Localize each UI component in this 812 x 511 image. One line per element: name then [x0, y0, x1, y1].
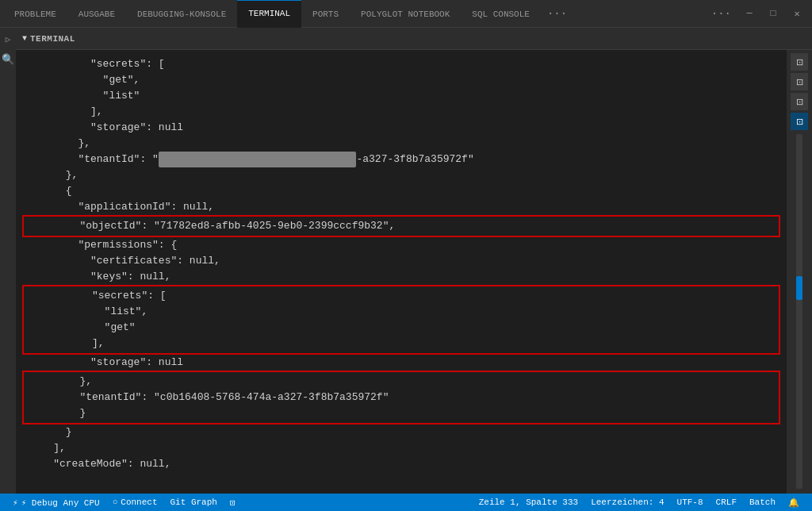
- tab-bar: PROBLEME AUSGABE DEBUGGING-KONSOLE TERMI…: [0, 0, 812, 28]
- code-line-object-close: }: [30, 405, 779, 421]
- status-connect[interactable]: ○ Connect: [106, 494, 164, 511]
- redacted-value: [159, 152, 357, 167]
- encoding-label: UTF-8: [677, 498, 703, 507]
- right-panel: ⊡ ⊡ ⊡ ⊡: [787, 50, 812, 494]
- maximize-button[interactable]: □: [761, 0, 785, 28]
- code-line-secrets-get: "get": [30, 320, 779, 336]
- tab-ausgabe[interactable]: AUSGABE: [67, 0, 126, 28]
- status-line-ending[interactable]: CRLF: [710, 494, 743, 511]
- connect-icon: ○: [113, 498, 118, 507]
- status-notification[interactable]: 🔔: [782, 494, 806, 511]
- status-bar: ⚡ ⚡ Debug Any CPU ○ Connect Git Graph ⊡ …: [0, 494, 812, 511]
- tab-probleme[interactable]: PROBLEME: [3, 0, 67, 28]
- code-line-objectid: "objectId": "71782ed8-afbb-4025-9eb0-239…: [30, 218, 779, 234]
- terminal-chevron-icon[interactable]: ▼: [22, 34, 27, 43]
- window-controls: — □ ✕: [737, 0, 809, 28]
- code-line: "get",: [16, 72, 787, 88]
- code-line-closing-brace: },: [30, 374, 779, 390]
- connect-label: Connect: [121, 498, 157, 507]
- terminal-icon: ⊡: [230, 498, 236, 508]
- git-graph-label: Git Graph: [170, 498, 217, 507]
- scrollbar-track[interactable]: [796, 134, 802, 489]
- highlight-objectid: "objectId": "71782ed8-afbb-4025-9eb0-239…: [22, 215, 780, 237]
- terminal-panel: ▼ TERMINAL "secrets": [ "get", "list": [16, 28, 812, 494]
- highlight-tenantid: }, "tenantId": "c0b16408-5768-474a-a327-…: [22, 371, 780, 425]
- code-line-tenantid: "tenantId": "c0b16408-5768-474a-a327-3f8…: [30, 390, 779, 405]
- code-line: }: [16, 425, 787, 440]
- terminal-new-button-4[interactable]: ⊡: [791, 113, 808, 130]
- code-line-secrets-list: "list",: [30, 304, 779, 320]
- panel-overflow-menu[interactable]: ···: [705, 0, 737, 28]
- highlight-secrets: "secrets": [ "list", "get" ],: [22, 285, 780, 355]
- code-line: ],: [16, 104, 787, 120]
- debug-label: ⚡ Debug Any CPU: [21, 498, 100, 508]
- tab-overflow-menu[interactable]: ···: [541, 0, 573, 28]
- code-line: },: [16, 136, 787, 152]
- code-line: "storage": null: [16, 120, 787, 136]
- terminal-content: "secrets": [ "get", "list" ], "storage":…: [16, 50, 812, 494]
- terminal-new-button-3[interactable]: ⊡: [791, 93, 808, 110]
- tab-sql-console[interactable]: SQL CONSOLE: [461, 0, 541, 28]
- status-encoding[interactable]: UTF-8: [671, 494, 710, 511]
- code-line: "applicationId": null,: [16, 199, 787, 215]
- status-position[interactable]: Zeile 1, Spalte 333: [473, 494, 584, 511]
- status-terminal-icon[interactable]: ⊡: [224, 494, 242, 511]
- scrollbar-thumb: [796, 276, 802, 300]
- tab-debugging-konsole[interactable]: DEBUGGING-KONSOLE: [126, 0, 237, 28]
- code-line-secrets-start: "secrets": [: [30, 288, 779, 304]
- status-debug[interactable]: ⚡ ⚡ Debug Any CPU: [6, 494, 106, 511]
- code-line: ],: [16, 440, 787, 456]
- terminal-header: ▼ TERMINAL: [16, 28, 812, 50]
- code-line: "secrets": [: [16, 56, 787, 72]
- code-line: "keys": null,: [16, 269, 787, 285]
- code-line-tenant-redacted: "tenantId": " -a327-3f8b7a35972f": [16, 152, 787, 167]
- sidebar-collapse-icon[interactable]: ▷: [2, 33, 14, 45]
- code-line: "certificates": null,: [16, 253, 787, 269]
- position-label: Zeile 1, Spalte 333: [479, 498, 578, 507]
- status-git-graph[interactable]: Git Graph: [164, 494, 224, 511]
- code-line: "list": [16, 88, 787, 104]
- status-spaces[interactable]: Leerzeichen: 4: [584, 494, 670, 511]
- line-ending-label: CRLF: [716, 498, 737, 507]
- notification-icon: 🔔: [788, 498, 799, 508]
- code-line: "permissions": {: [16, 237, 787, 253]
- tab-terminal[interactable]: TERMINAL: [237, 0, 301, 28]
- debug-icon: ⚡: [13, 498, 18, 508]
- status-language[interactable]: Batch: [743, 494, 782, 511]
- code-line-secrets-end: ],: [30, 336, 779, 352]
- tab-ports[interactable]: PORTS: [301, 0, 350, 28]
- code-area[interactable]: "secrets": [ "get", "list" ], "storage":…: [16, 50, 787, 494]
- terminal-new-button-1[interactable]: ⊡: [791, 53, 808, 71]
- terminal-new-button-2[interactable]: ⊡: [791, 73, 808, 90]
- code-line: "createMode": null,: [16, 456, 787, 472]
- terminal-header-label: TERMINAL: [30, 34, 75, 44]
- panel-area: ▷ 🔍 ▼ TERMINAL "secrets": [ "get",: [0, 28, 812, 494]
- close-button[interactable]: ✕: [785, 0, 809, 28]
- code-line: },: [16, 167, 787, 183]
- left-sidebar: ▷ 🔍: [0, 28, 16, 494]
- code-line: {: [16, 183, 787, 199]
- tab-polyglot-notebook[interactable]: POLYGLOT NOTEBOOK: [350, 0, 461, 28]
- minimize-button[interactable]: —: [737, 0, 761, 28]
- sidebar-search-icon[interactable]: 🔍: [2, 53, 14, 66]
- spaces-label: Leerzeichen: 4: [591, 498, 664, 507]
- code-line: "storage": null: [16, 355, 787, 371]
- language-label: Batch: [749, 498, 776, 507]
